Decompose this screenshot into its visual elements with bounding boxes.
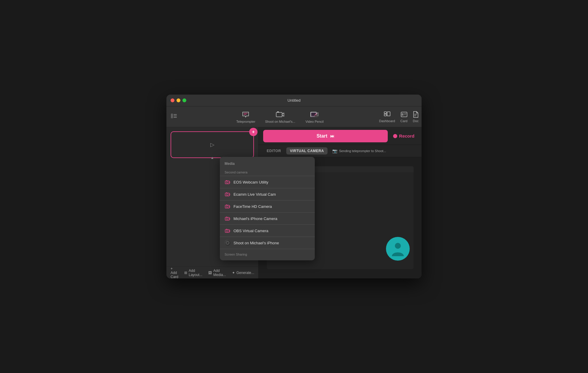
play-icon: ▷ (210, 141, 214, 148)
menu-item-shoot-iphone[interactable]: Shoot on Michael's iPhone (220, 237, 315, 248)
add-media-bottom-button[interactable]: 🖼 Add Media... (208, 269, 226, 277)
card-icon (401, 111, 407, 118)
add-card-button[interactable]: + Add Card (171, 267, 178, 279)
minimize-button[interactable] (177, 98, 180, 102)
svg-rect-5 (277, 111, 279, 112)
svg-rect-15 (404, 113, 406, 114)
menu-item-ecamm[interactable]: Ecamm Live Virtual Cam (220, 189, 315, 200)
svg-rect-12 (387, 112, 390, 116)
svg-rect-10 (384, 112, 387, 114)
menu-item-facetime-label: FaceTime HD Camera (233, 204, 272, 209)
doc-icon (413, 111, 418, 118)
menu-divider-1 (220, 176, 315, 176)
menu-item-obs[interactable]: OBS Virtual Camera (220, 225, 315, 236)
tab-virtual-camera[interactable]: VIRTUAL CAMERA (286, 147, 328, 154)
toolbar-center: Teleprompter Shoot on Michael's... (181, 110, 379, 123)
menu-divider-3 (220, 200, 315, 200)
shoot-tool[interactable]: Shoot on Michael's... (265, 110, 295, 123)
add-media-label: Add Media... (213, 269, 226, 277)
video-pencil-icon (310, 110, 319, 119)
doc-label: Doc (413, 119, 419, 123)
sending-status: 📷 Sending teleprompter to Shoot... (332, 149, 386, 153)
teleprompter-tool[interactable]: Teleprompter (235, 110, 256, 123)
sidebar-toggle[interactable] (169, 114, 181, 120)
start-button[interactable]: Start ⏭ (263, 130, 388, 142)
right-top-bar: Start ⏭ Record (258, 127, 422, 145)
svg-rect-22 (226, 180, 227, 181)
menu-divider-7 (220, 249, 315, 249)
menu-screen-sharing-label: Screen Sharing (220, 250, 315, 257)
menu-item-eos-label: EOS Webcam Utility (233, 180, 268, 184)
menu-item-shoot-iphone-label: Shoot on Michael's iPhone (233, 241, 279, 245)
dashboard-label: Dashboard (379, 119, 395, 123)
menu-item-ecamm-label: Ecamm Live Virtual Cam (233, 192, 276, 197)
dashboard-icon (384, 111, 390, 118)
add-media-icon: 🖼 (208, 271, 212, 275)
toolbar: Teleprompter Shoot on Michael's... (166, 106, 422, 127)
avatar (386, 237, 410, 261)
card-label: Card (401, 119, 408, 123)
main-content: ▷ + ▲ Media Second camera (166, 127, 422, 278)
svg-point-33 (226, 230, 228, 232)
svg-point-27 (226, 206, 228, 208)
fullscreen-button[interactable] (182, 98, 186, 102)
svg-rect-4 (276, 112, 282, 117)
teleprompter-icon (242, 110, 249, 119)
menu-divider-2 (220, 188, 315, 188)
expand-arrow-icon: ▲ (211, 156, 214, 160)
card-tool[interactable]: Card (401, 111, 408, 123)
svg-rect-3 (174, 117, 177, 118)
card-placeholder[interactable]: ▷ + ▲ (171, 131, 254, 158)
svg-rect-11 (384, 114, 387, 116)
menu-item-michael-camera[interactable]: Michael's iPhone Camera (220, 213, 315, 224)
sending-status-text: Sending teleprompter to Shoot... (339, 149, 386, 153)
add-layout-button[interactable]: ⊞ Add Layout... (184, 269, 202, 277)
svg-point-38 (227, 242, 227, 243)
camera-icon-eos (225, 179, 231, 185)
record-dot-icon (393, 134, 397, 138)
camera-icon-obs (225, 228, 231, 234)
generate-button[interactable]: ✦ Generate... (232, 271, 254, 275)
close-button[interactable] (171, 98, 174, 102)
add-layout-label: Add Layout... (189, 269, 202, 277)
left-panel: ▷ + ▲ Media Second camera (166, 127, 258, 278)
record-label: Record (399, 133, 414, 138)
titlebar: Untitled (166, 95, 422, 106)
window-title: Untitled (287, 98, 301, 103)
camera-icon-ecamm (225, 191, 231, 197)
video-pencil-label: Video Pencil (306, 120, 324, 123)
svg-rect-17 (414, 114, 417, 114)
svg-rect-28 (226, 205, 227, 205)
svg-rect-34 (226, 229, 227, 229)
traffic-lights (171, 98, 186, 102)
teleprompter-label: Teleprompter (236, 120, 255, 123)
dropdown-menu: Media Second camera EOS Webcam Utility (220, 157, 315, 260)
camera-icon-facetime (225, 203, 231, 209)
svg-rect-14 (402, 113, 403, 116)
svg-rect-2 (174, 116, 177, 116)
svg-rect-19 (414, 116, 416, 116)
add-card-label: + Add Card (171, 267, 178, 279)
menu-item-eos[interactable]: EOS Webcam Utility (220, 177, 315, 187)
app-window: Untitled (166, 95, 422, 278)
svg-rect-16 (404, 114, 406, 115)
bottom-bar: + Add Card ⊞ Add Layout... 🖼 Add Media..… (166, 267, 258, 278)
add-media-button[interactable]: + (249, 128, 258, 136)
add-layout-icon: ⊞ (184, 271, 187, 275)
svg-point-30 (226, 218, 228, 220)
tab-editor[interactable]: EDITOR (263, 148, 285, 154)
editor-tabs: EDITOR VIRTUAL CAMERA 📷 Sending teleprom… (258, 145, 422, 157)
start-label: Start (317, 133, 327, 139)
svg-rect-0 (171, 114, 173, 118)
doc-tool[interactable]: Doc (413, 111, 419, 123)
record-button[interactable]: Record (391, 133, 417, 138)
menu-item-facetime[interactable]: FaceTime HD Camera (220, 201, 315, 212)
video-pencil-tool[interactable]: Video Pencil (304, 110, 325, 123)
svg-point-24 (226, 194, 228, 195)
menu-divider-4 (220, 212, 315, 213)
menu-section-media: Media (220, 160, 315, 168)
menu-subsection-camera: Second camera (220, 168, 315, 175)
shoot-icon (276, 110, 284, 119)
menu-item-michael-camera-label: Michael's iPhone Camera (233, 216, 277, 221)
dashboard-tool[interactable]: Dashboard (379, 111, 395, 123)
